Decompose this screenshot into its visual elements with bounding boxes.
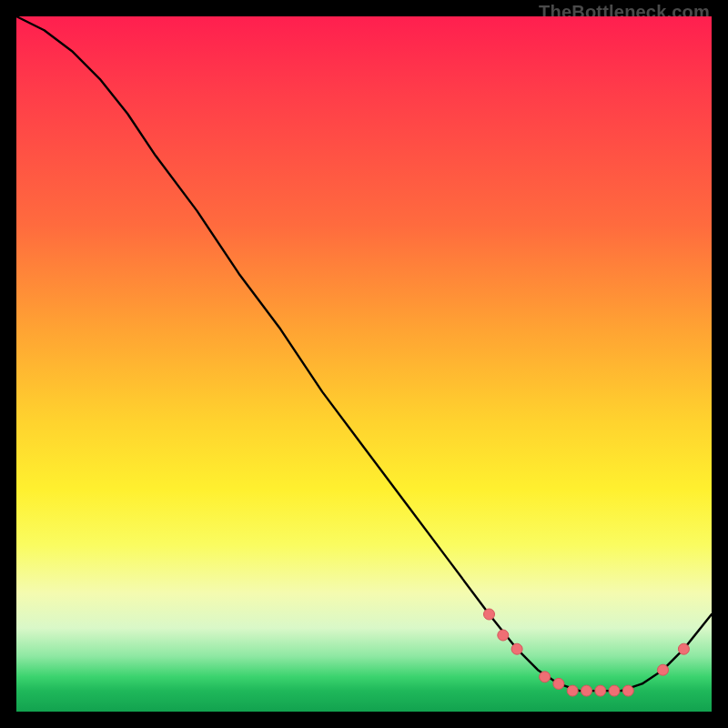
curve-marker	[553, 678, 564, 689]
curve-marker	[658, 664, 669, 675]
curve-marker	[511, 643, 522, 654]
curve-marker	[595, 685, 606, 696]
curve-marker	[609, 685, 620, 696]
curve-marker	[622, 685, 633, 696]
curve-marker	[567, 685, 578, 696]
curve-marker	[581, 685, 592, 696]
curve-marker	[678, 643, 689, 654]
curve-marker	[498, 630, 509, 641]
bottleneck-curve-path	[16, 16, 712, 691]
chart-stage: TheBottleneck.com	[0, 0, 728, 728]
curve-marker	[540, 672, 551, 682]
curve-markers	[484, 609, 690, 696]
curve-svg	[16, 16, 712, 712]
curve-marker	[484, 609, 495, 620]
plot-area	[16, 16, 712, 712]
